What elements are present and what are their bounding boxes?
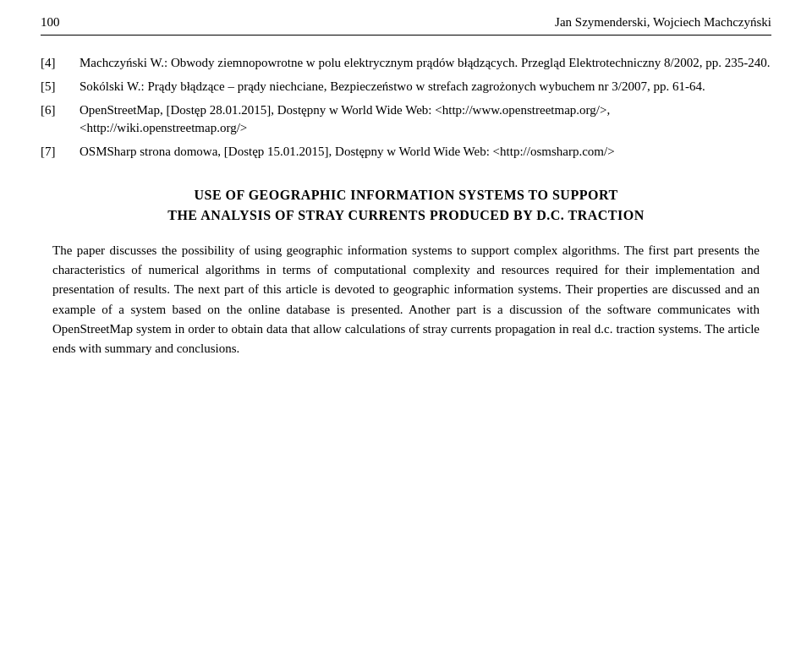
page-container: 100 Jan Szymenderski, Wojciech Machczyńs… xyxy=(0,0,812,645)
header-title: Jan Szymenderski, Wojciech Machczyński xyxy=(555,15,771,30)
ref-text-7: OSMSharp strona domowa, [Dostęp 15.01.20… xyxy=(80,143,771,161)
reference-item-5: [5] Sokólski W.: Prądy błądzące – prądy … xyxy=(41,78,771,96)
ref-number-5: [5] xyxy=(41,78,80,96)
reference-item-7: [7] OSMSharp strona domowa, [Dostęp 15.0… xyxy=(41,143,771,161)
ref-text-6: OpenStreetMap, [Dostęp 28.01.2015], Dost… xyxy=(80,101,771,139)
ref-text-4: Machczyński W.: Obwody ziemnopowrotne w … xyxy=(80,54,771,73)
article-title-section: USE OF GEOGRAPHIC INFORMATION SYSTEMS TO… xyxy=(41,185,771,226)
ref-number-6: [6] xyxy=(41,101,80,139)
ref-number-7: [7] xyxy=(41,143,80,161)
reference-item-4: [4] Machczyński W.: Obwody ziemnopowrotn… xyxy=(41,54,771,73)
abstract-paragraph-1: The paper discusses the possibility of u… xyxy=(52,241,760,359)
references-section: [4] Machczyński W.: Obwody ziemnopowrotn… xyxy=(41,54,771,161)
ref-text-5: Sokólski W.: Prądy błądzące – prądy niec… xyxy=(80,78,771,96)
reference-item-6: [6] OpenStreetMap, [Dostęp 28.01.2015], … xyxy=(41,101,771,139)
ref-number-4: [4] xyxy=(41,54,80,73)
article-title-line1: USE OF GEOGRAPHIC INFORMATION SYSTEMS TO… xyxy=(41,185,771,205)
page-header: 100 Jan Szymenderski, Wojciech Machczyńs… xyxy=(41,15,771,36)
article-title-line2: THE ANALYSIS OF STRAY CURRENTS PRODUCED … xyxy=(41,205,771,226)
abstract-section: The paper discusses the possibility of u… xyxy=(41,241,771,359)
page-number: 100 xyxy=(41,15,60,30)
article-title: USE OF GEOGRAPHIC INFORMATION SYSTEMS TO… xyxy=(41,185,771,226)
